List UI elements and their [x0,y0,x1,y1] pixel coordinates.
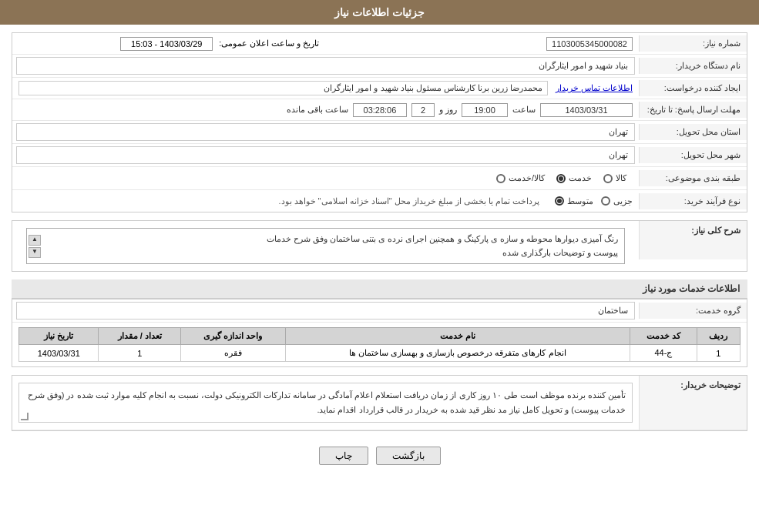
buyer-name-value: بنیاد شهید و امور ایثارگران [16,57,635,75]
motavasset-radio[interactable] [555,196,564,206]
deadline-suffix: ساعت باقی مانده [287,105,348,115]
buyer-notes-text: تأمین کننده برنده موظف است طی ۱۰ روز کار… [18,383,633,422]
purchase-type-row: نوع فرآیند خرید: جزیی متوسط پرداخت تمام … [12,190,747,212]
scroll-arrows[interactable]: ▲ ▼ [29,235,41,258]
jozi-radio[interactable] [601,196,610,206]
purchase-type-options: جزیی متوسط پرداخت تمام یا بخشی از مبلغ خ… [12,193,639,209]
col-code: کد خدمت [630,328,697,345]
city-label: شهر محل تحویل: [639,147,747,163]
deadline-date: 1403/03/31 [540,103,633,117]
col-radif: ردیف [697,328,740,345]
resize-handle[interactable] [21,413,29,420]
buyer-notes-section: توضیحات خریدار: تأمین کننده برنده موظف ا… [12,375,747,431]
category-row: طبقه بندی موضوعی: کالا خدمت کالا/خدمت [12,167,747,190]
services-section: اطلاعات خدمات مورد نیاز گروه خدمت: ساختم… [12,279,747,367]
deadline-time: 19:00 [462,103,508,117]
creator-name: محمدرضا زرین برنا کارشناس مسئول بنیاد شه… [18,81,548,95]
buyer-notes-label: توضیحات خریدار: [639,376,747,430]
province-label: استان محل تحویل: [639,124,747,140]
category-kala[interactable]: کالا [603,173,626,183]
khedmat-label: خدمت [569,173,592,183]
desc-line1: رنگ آمیزی دیوارها محوطه و سازه ی پارکینگ… [267,234,618,243]
page-header: جزئیات اطلاعات نیاز [0,0,759,25]
buyer-name-row: نام دستگاه خریدار: بنیاد شهید و امور ایث… [12,55,747,78]
deadline-values: 1403/03/31 ساعت 19:00 روز و 2 03:28:06 س… [12,100,639,120]
city-value: تهران [16,146,635,164]
description-label: شرح کلی نیاز: [639,221,747,259]
category-khedmat[interactable]: خدمت [556,173,592,183]
kala-radio[interactable] [603,174,613,183]
creator-value: اطلاعات تماس خریدار محمدرضا زرین برنا کا… [12,78,639,99]
khedmat-radio[interactable] [556,174,566,183]
cell-unit: فقره [181,345,285,362]
col-qty: تعداد / مقدار [99,328,181,345]
purchase-note: پرداخت تمام یا بخشی از مبلغ خریداز محل "… [278,196,539,206]
cell-code: ج-44 [630,345,697,362]
service-group-value: ساختمان [16,302,635,320]
description-section: شرح کلی نیاز: رنگ آمیزی دیوارها محوطه و … [12,220,747,272]
niaz-number-box: 1103005345000082 [546,37,633,51]
niaz-number-value: 1103005345000082 [326,36,640,52]
description-text: رنگ آمیزی دیوارها محوطه و سازه ی پارکینگ… [26,228,625,264]
main-form: شماره نیاز: 1103005345000082 تاریخ و ساع… [12,32,747,212]
notes-content: تأمین کننده برنده موظف است طی ۱۰ روز کار… [28,390,626,414]
purchase-jozi[interactable]: جزیی [601,196,633,206]
scroll-down[interactable]: ▼ [29,247,41,258]
cell-date: 1403/03/31 [19,345,99,362]
back-button[interactable]: بازگشت [376,447,441,465]
purchase-type-label: نوع فرآیند خرید: [639,193,747,209]
cell-qty: 1 [99,345,181,362]
deadline-row: مهلت ارسال پاسخ: تا تاریخ: 1403/03/31 سا… [12,99,747,121]
col-unit: واحد اندازه گیری [181,328,285,345]
services-title: اطلاعات خدمات مورد نیاز [12,279,747,299]
announce-date-label: تاریخ و ساعت اعلان عمومی: [219,38,319,49]
buyer-name-label: نام دستگاه خریدار: [639,58,747,74]
creator-link[interactable]: اطلاعات تماس خریدار [556,83,633,93]
motavasset-label: متوسط [567,196,593,206]
col-name: نام خدمت [285,328,630,345]
buyer-notes-row: توضیحات خریدار: تأمین کننده برنده موظف ا… [12,376,747,430]
category-kala-khedmat[interactable]: کالا/خدمت [496,173,545,183]
niaz-number-label: شماره نیاز: [639,35,747,52]
print-button[interactable]: چاپ [319,447,368,465]
col-date: تاریخ نیاز [19,328,99,345]
cell-radif: 1 [697,345,740,362]
province-value: تهران [16,123,635,141]
deadline-days: 2 [411,103,435,117]
niaz-number-row: شماره نیاز: 1103005345000082 تاریخ و ساع… [12,33,747,55]
kala-label: کالا [616,173,626,183]
deadline-label: مهلت ارسال پاسخ: تا تاریخ: [639,102,747,118]
service-group-label: گروه خدمت: [639,303,747,319]
category-options: کالا خدمت کالا/خدمت [12,167,639,189]
category-label: طبقه بندی موضوعی: [639,170,747,186]
kala-khedmat-radio[interactable] [496,174,505,183]
purchase-motavasset[interactable]: متوسط [555,196,593,206]
deadline-time-label: ساعت [512,105,536,115]
creator-row: ایجاد کننده درخواست: اطلاعات تماس خریدار… [12,78,747,99]
announce-date-value: 1403/03/29 - 15:03 [120,37,213,51]
city-row: شهر محل تحویل: تهران [12,144,747,167]
table-row: 1 ج-44 انجام کارهای متفرقه درخصوص بازساز… [19,345,741,362]
jozi-label: جزیی [613,196,633,206]
deadline-remaining: 03:28:06 [353,103,407,117]
services-table: ردیف کد خدمت نام خدمت واحد اندازه گیری ت… [18,327,741,362]
kala-khedmat-label: کالا/خدمت [509,173,545,183]
services-form: گروه خدمت: ساختمان ردیف کد خدمت نام خدمت… [12,299,747,367]
creator-label: ایجاد کننده درخواست: [639,80,747,96]
scroll-up[interactable]: ▲ [29,235,41,246]
page-title: جزئیات اطلاعات نیاز [334,6,425,18]
button-row: بازگشت چاپ [12,439,747,473]
service-group-row: گروه خدمت: ساختمان [12,299,747,323]
desc-line2: پیوست و توضیحات بارگذاری شده [502,248,618,257]
deadline-days-label: روز و [439,105,457,115]
province-row: استان محل تحویل: تهران [12,121,747,144]
cell-name: انجام کارهای متفرقه درخصوص بازسازی و بهس… [285,345,630,362]
table-header-row: ردیف کد خدمت نام خدمت واحد اندازه گیری ت… [19,328,741,345]
